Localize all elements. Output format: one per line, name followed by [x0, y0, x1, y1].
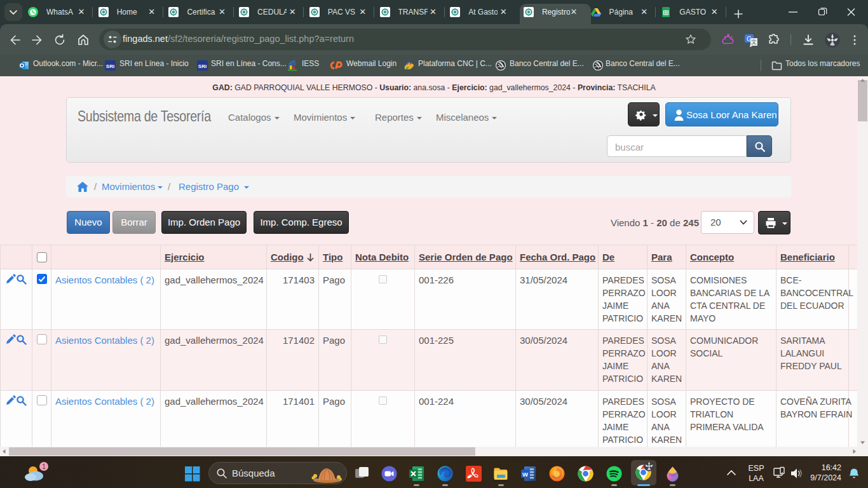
svg-text:W: W: [522, 471, 528, 478]
svg-text:文: 文: [751, 39, 757, 45]
svg-text:1: 1: [42, 463, 46, 470]
svg-text:SRi: SRi: [198, 64, 207, 69]
svg-text:SRi: SRi: [106, 64, 114, 69]
